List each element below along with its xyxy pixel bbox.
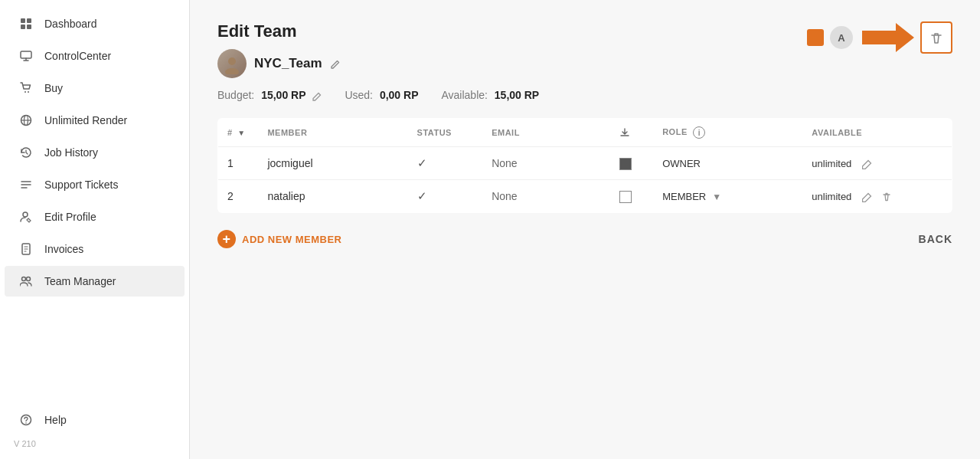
row2-delete-icon[interactable] [881, 190, 892, 202]
svg-point-16 [228, 57, 236, 65]
top-right-controls: A [807, 21, 952, 54]
row1-edit-icon[interactable] [862, 157, 872, 169]
row2-status: ✓ [408, 180, 483, 213]
row1-number: 1 [218, 147, 259, 180]
svg-point-6 [28, 91, 29, 93]
team-name-edit-icon[interactable] [330, 57, 341, 70]
row2-member: nataliep [258, 180, 407, 213]
sidebar-label-job-history: Job History [44, 146, 98, 159]
sidebar-item-support-tickets[interactable]: Support Tickets [5, 169, 185, 200]
row2-number: 2 [218, 180, 259, 213]
table-row: 2 nataliep ✓ None MEMBER ▼ unlimited [218, 180, 952, 213]
sidebar-label-buy: Buy [44, 82, 63, 94]
col-header-role: ROLE i [653, 119, 802, 147]
col-header-email: EMAIL [482, 119, 610, 147]
available-label: Available: [441, 89, 487, 101]
budget-label: Budget: [217, 89, 254, 101]
col-header-member: MEMBER [258, 119, 407, 147]
role-dropdown-arrow[interactable]: ▼ [712, 192, 721, 202]
document-icon [18, 241, 34, 257]
sidebar-label-help: Help [44, 414, 67, 426]
row1-role: OWNER [653, 147, 802, 180]
sidebar-item-team-manager[interactable]: Team Manager [5, 266, 185, 297]
sidebar-label-controlcenter: ControlCenter [44, 50, 111, 62]
role-info-icon: i [693, 126, 705, 139]
svg-point-11 [22, 277, 26, 281]
row2-email: None [482, 180, 610, 213]
check-icon: ✓ [417, 156, 427, 169]
row2-checkbox-square[interactable] [619, 191, 632, 203]
sort-icon: ▼ [237, 129, 245, 137]
svg-marker-15 [862, 23, 914, 52]
sidebar-item-unlimited-render[interactable]: Unlimited Render [5, 105, 185, 136]
grid-icon [18, 16, 34, 31]
team-avatar [217, 49, 247, 78]
sidebar-label-dashboard: Dashboard [44, 18, 97, 30]
svg-rect-1 [27, 18, 31, 23]
history-icon [18, 145, 34, 160]
svg-rect-3 [27, 25, 31, 29]
footer-row: + ADD NEW MEMBER BACK [217, 230, 952, 248]
svg-point-12 [27, 277, 31, 281]
row1-member: jocmiguel [258, 147, 407, 180]
used-value: 0,00 RP [380, 89, 419, 101]
help-icon [18, 412, 34, 428]
add-new-member-button[interactable]: + ADD NEW MEMBER [217, 230, 342, 248]
sidebar-item-help[interactable]: Help [5, 405, 185, 435]
row1-available: unlimited [802, 147, 952, 180]
row2-edit-icon[interactable] [862, 190, 875, 202]
color-swatch [807, 29, 824, 46]
row1-status: ✓ [408, 147, 483, 180]
row2-role: MEMBER ▼ [653, 180, 802, 213]
col-header-number[interactable]: # ▼ [218, 119, 259, 147]
orange-arrow-icon [862, 23, 914, 52]
user-avatar-badge[interactable]: A [830, 26, 853, 49]
row1-checkbox[interactable] [610, 147, 653, 180]
budget-value: 15,00 RP [261, 89, 305, 101]
add-icon: + [217, 230, 236, 248]
row1-checkbox-square[interactable] [619, 158, 632, 170]
arrow-wrapper [862, 23, 914, 52]
budget-row: Budget: 15,00 RP Used: 0,00 RP Available… [217, 89, 952, 101]
sidebar-item-invoices[interactable]: Invoices [5, 234, 185, 264]
add-member-label: ADD NEW MEMBER [242, 234, 342, 245]
team-name-label: NYC_Team [254, 56, 322, 71]
table-row: 1 jocmiguel ✓ None OWNER unlimited [218, 147, 952, 180]
sidebar-item-buy[interactable]: Buy [5, 73, 185, 103]
svg-point-9 [23, 212, 28, 217]
svg-rect-0 [21, 18, 25, 23]
members-table: # ▼ MEMBER STATUS EMAIL ROLE i AVAILABLE [217, 118, 952, 213]
sidebar-item-edit-profile[interactable]: Edit Profile [5, 202, 185, 232]
version-label: V 210 [0, 436, 189, 451]
back-button[interactable]: BACK [919, 233, 952, 245]
sidebar-label-invoices: Invoices [44, 243, 83, 255]
team-icon [18, 274, 34, 289]
monitor-icon [18, 48, 34, 64]
cart-icon [18, 80, 34, 96]
col-header-available: AVAILABLE [802, 119, 952, 147]
sidebar-label-edit-profile: Edit Profile [44, 211, 96, 223]
trash-icon [929, 29, 944, 45]
available-value: 15,00 RP [495, 89, 539, 101]
sidebar: Dashboard ControlCenter Buy [0, 0, 190, 459]
sidebar-item-job-history[interactable]: Job History [5, 137, 185, 168]
svg-rect-2 [21, 25, 25, 29]
svg-rect-4 [21, 51, 31, 58]
sidebar-item-controlcenter[interactable]: ControlCenter [5, 41, 185, 71]
row1-email: None [482, 147, 610, 180]
check-icon: ✓ [417, 189, 427, 202]
svg-point-14 [25, 422, 27, 424]
col-header-download [610, 119, 653, 147]
sidebar-item-dashboard[interactable]: Dashboard [5, 8, 185, 39]
budget-edit-icon[interactable] [312, 90, 322, 101]
used-label: Used: [345, 89, 373, 101]
globe-icon [18, 113, 34, 128]
delete-team-button[interactable] [920, 21, 952, 54]
main-content: A Edit Team NYC_Team [190, 0, 980, 459]
row2-checkbox[interactable] [610, 180, 653, 213]
svg-point-5 [24, 91, 26, 93]
row2-available: unlimited [802, 180, 952, 213]
user-edit-icon [18, 209, 34, 225]
col-header-status: STATUS [408, 119, 483, 147]
sidebar-label-team-manager: Team Manager [44, 275, 116, 287]
